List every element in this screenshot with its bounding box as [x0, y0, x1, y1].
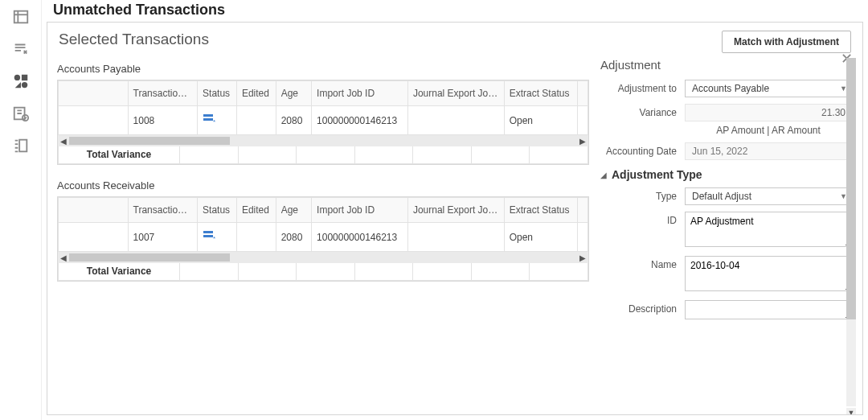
ar-txn-id: 1007 [128, 223, 198, 252]
ar-col-import[interactable]: Import Job ID [312, 198, 408, 223]
ap-data-row[interactable]: 1008 * 2080 100000000146213 Open [59, 106, 588, 135]
ap-col-lead[interactable] [59, 81, 129, 106]
nav-icon-shapes[interactable] [12, 72, 30, 90]
ar-hscroll[interactable]: ◀ ▶ [58, 252, 588, 263]
scroll-right-icon[interactable]: ▶ [577, 137, 588, 146]
adjustment-heading: Adjustment [600, 58, 853, 72]
id-label: ID [600, 212, 685, 226]
ap-col-cut[interactable] [577, 81, 588, 106]
ap-section-label: Accounts Payable [57, 63, 589, 75]
ar-header-row: Transaction ID Status Edited Age Import … [59, 198, 588, 223]
svg-point-6 [21, 82, 27, 88]
id-input[interactable] [685, 212, 853, 247]
svg-rect-14 [203, 235, 213, 237]
variance-label: Variance [600, 107, 685, 118]
ar-data-row[interactable]: 1007 * 2080 100000000146213 Open [59, 223, 588, 252]
adjustment-to-dropdown[interactable]: Accounts Payable ▼ [685, 80, 853, 97]
nav-icon-5[interactable] [12, 137, 30, 154]
ar-section-label: Accounts Receivable [57, 179, 589, 191]
type-label: Type [600, 191, 685, 202]
scroll-thumb[interactable] [69, 253, 230, 261]
status-icon: * [203, 229, 215, 242]
panel-title: Selected Transactions [59, 31, 209, 48]
ap-col-status[interactable]: Status [198, 81, 237, 106]
name-input[interactable] [685, 256, 853, 291]
nav-icon-4[interactable] [12, 105, 30, 122]
scroll-down-icon[interactable]: ▼ [846, 408, 856, 414]
ar-col-txnid[interactable]: Transaction ID [128, 198, 198, 223]
nav-sidebar [0, 0, 42, 420]
ap-txn-id: 1008 [128, 106, 198, 135]
svg-marker-5 [14, 82, 20, 88]
ar-col-extract[interactable]: Extract Status [504, 198, 577, 223]
ap-col-txnid[interactable]: Transaction ID [128, 81, 198, 106]
ar-col-journal[interactable]: Journal Export Job ID [407, 198, 504, 223]
status-icon: * [203, 113, 215, 126]
svg-rect-9 [19, 140, 27, 152]
svg-text:*: * [213, 118, 215, 126]
page-title: Unmatched Transactions [47, 0, 863, 22]
type-dropdown[interactable]: Default Adjust ▼ [685, 187, 853, 205]
scroll-left-icon[interactable]: ◀ [58, 137, 69, 146]
ar-age: 2080 [276, 223, 311, 252]
svg-text:*: * [213, 235, 215, 242]
svg-rect-13 [203, 231, 213, 233]
scroll-left-icon[interactable]: ◀ [58, 253, 69, 262]
ar-grid: Transaction ID Status Edited Age Import … [57, 196, 589, 282]
description-label: Description [600, 300, 685, 315]
ap-grid: Transaction ID Status Edited Age Import … [57, 80, 589, 165]
svg-rect-4 [21, 75, 27, 80]
main-panel: Selected Transactions Match with Adjustm… [47, 22, 863, 415]
ar-extract-status: Open [504, 223, 577, 252]
ar-total-label: Total Variance [58, 263, 180, 281]
ap-total-label: Total Variance [58, 146, 180, 164]
ar-col-cut[interactable] [577, 198, 588, 223]
description-input[interactable] [685, 300, 853, 319]
match-with-adjustment-button[interactable]: Match with Adjustment [722, 31, 851, 53]
ar-col-status[interactable]: Status [198, 198, 237, 223]
accounting-date-value: Jun 15, 2022 [685, 142, 853, 160]
adjustment-type-expander[interactable]: ◢ Adjustment Type [600, 168, 853, 181]
scroll-thumb[interactable] [69, 137, 230, 145]
name-label: Name [600, 256, 685, 270]
ap-age: 2080 [276, 106, 311, 135]
variance-sublabel: AP Amount | AR Amount [684, 125, 853, 136]
scroll-thumb[interactable] [846, 58, 856, 319]
ap-col-edited[interactable]: Edited [236, 81, 276, 106]
right-vscroll[interactable]: ▲ ▼ [846, 58, 856, 406]
svg-rect-0 [14, 11, 27, 23]
nav-icon-1[interactable] [12, 8, 30, 26]
svg-rect-11 [203, 118, 213, 121]
ap-extract-status: Open [504, 106, 577, 135]
ap-col-extract[interactable]: Extract Status [504, 81, 577, 106]
svg-point-3 [14, 75, 19, 80]
variance-value: 21.30 [685, 104, 853, 121]
ar-col-lead[interactable] [59, 198, 129, 223]
accounting-date-label: Accounting Date [600, 146, 685, 157]
ap-col-age[interactable]: Age [276, 81, 311, 106]
ap-hscroll[interactable]: ◀ ▶ [58, 135, 588, 146]
ap-header-row: Transaction ID Status Edited Age Import … [59, 81, 588, 106]
ap-import-job: 100000000146213 [312, 106, 408, 135]
ar-col-age[interactable]: Age [276, 198, 311, 223]
expand-icon: ◢ [600, 171, 607, 179]
nav-icon-2[interactable] [12, 40, 30, 58]
ap-col-journal[interactable]: Journal Export Job ID [407, 81, 504, 106]
ap-col-import[interactable]: Import Job ID [312, 81, 408, 106]
scroll-right-icon[interactable]: ▶ [577, 253, 588, 262]
ar-import-job: 100000000146213 [312, 223, 408, 252]
adjustment-to-label: Adjustment to [600, 83, 685, 94]
ar-col-edited[interactable]: Edited [236, 198, 276, 223]
svg-rect-10 [203, 114, 213, 117]
